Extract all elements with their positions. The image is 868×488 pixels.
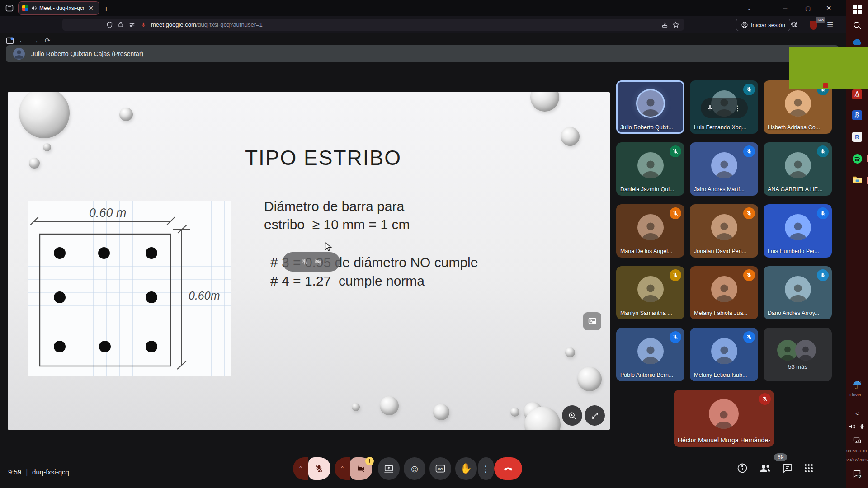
weather-label[interactable]: Llover... bbox=[846, 392, 868, 397]
window-close-button[interactable]: ✕ bbox=[826, 0, 832, 16]
url-bar[interactable]: meet.google.com/duq-fxsi-qcq?authuser=1 bbox=[62, 19, 684, 31]
mic-options-chevron[interactable]: ⌃ bbox=[293, 457, 308, 480]
lock-icon[interactable] bbox=[117, 21, 124, 28]
participant-grid: Julio Roberto Quixt... Luis Fernando Xoq… bbox=[616, 80, 832, 381]
mic-off-badge bbox=[817, 145, 829, 157]
camera-options-chevron[interactable]: ⌃ bbox=[335, 457, 350, 480]
slide-line2: estribo ≥ 10 mm = 1 cm bbox=[264, 217, 410, 232]
url-text[interactable]: meet.google.com/duq-fxsi-qcq?authuser=1 bbox=[151, 21, 263, 28]
avatar bbox=[795, 340, 816, 361]
avatar bbox=[785, 152, 811, 178]
participant-tile[interactable]: Luis Humberto Per... bbox=[764, 204, 832, 258]
reactions-button[interactable]: ☺ bbox=[404, 457, 425, 480]
avatar bbox=[637, 276, 664, 302]
participant-tile[interactable]: Jonatan David Peñ... bbox=[690, 204, 758, 258]
signin-button[interactable]: Iniciar sesión bbox=[736, 19, 790, 31]
present-button[interactable] bbox=[378, 457, 400, 480]
participant-tile[interactable]: Dario Andrés Arroy... bbox=[764, 266, 832, 319]
pin-icon[interactable] bbox=[707, 105, 713, 112]
participant-tile[interactable]: ANA GABRIELA HE... bbox=[764, 142, 832, 196]
tab-list-chevron[interactable]: ⌄ bbox=[747, 0, 752, 16]
participant-name: Héctor Manuel Murga Hernández bbox=[678, 436, 770, 444]
window-minimize-button[interactable]: ─ bbox=[783, 0, 787, 16]
tile-hover-actions[interactable]: ⋮ bbox=[701, 98, 748, 118]
desktop: Meet - duq-fxsi-qcq ✕ + ⌄ ─ ▢ ✕ ← → ⟳ me… bbox=[0, 0, 868, 488]
mic-muted-button[interactable] bbox=[308, 457, 330, 480]
save-page-icon[interactable] bbox=[661, 21, 668, 28]
tray-mic-icon[interactable] bbox=[851, 423, 868, 430]
people-button[interactable] bbox=[759, 463, 771, 474]
participant-tile[interactable]: Héctor Manuel Murga Hernández bbox=[674, 390, 774, 447]
participant-tile[interactable]: Daniela Jazmín Qui... bbox=[616, 142, 684, 196]
browser-tab[interactable]: Meet - duq-fxsi-qcq ✕ bbox=[18, 1, 99, 15]
participant-name: Pablo Antonio Bern... bbox=[620, 372, 681, 378]
tracking-shield-icon[interactable] bbox=[106, 21, 113, 28]
tab-manager-icon[interactable] bbox=[5, 4, 14, 12]
spotify-icon[interactable] bbox=[846, 154, 868, 164]
participant-tile[interactable]: 53 más bbox=[764, 328, 832, 381]
participant-tile[interactable]: Maria De los Angel... bbox=[616, 204, 684, 258]
firefox-view-icon[interactable] bbox=[6, 37, 14, 45]
weather-icon[interactable] bbox=[846, 380, 868, 390]
pip-button[interactable] bbox=[583, 312, 601, 330]
participant-tile[interactable]: Pablo Antonio Bern... bbox=[616, 328, 684, 381]
stirrup-diagram: 0.60 m 0.60m bbox=[28, 201, 231, 376]
more-participants-label[interactable]: 53 más bbox=[764, 363, 832, 370]
tab-audio-icon[interactable] bbox=[31, 5, 37, 11]
more-options-button[interactable]: ⋮ bbox=[478, 457, 494, 480]
participant-tile[interactable]: Melany Fabiola Juá... bbox=[690, 266, 758, 319]
presentation-slide[interactable]: TIPO ESTRIBO Diámetro de barra paraestri… bbox=[8, 92, 610, 430]
activities-button[interactable] bbox=[804, 463, 814, 473]
permissions-icon[interactable] bbox=[128, 21, 136, 28]
avatar bbox=[709, 399, 739, 429]
mic-in-use-icon[interactable] bbox=[140, 21, 147, 28]
tile-more-icon[interactable]: ⋮ bbox=[734, 104, 742, 113]
zoom-in-button[interactable] bbox=[562, 405, 582, 426]
start-button[interactable] bbox=[846, 5, 868, 14]
chat-button[interactable] bbox=[782, 463, 793, 474]
avatar bbox=[785, 90, 811, 117]
mic-control-group: ⌃ bbox=[293, 457, 331, 480]
bookmark-star-icon[interactable] bbox=[672, 21, 679, 28]
forward-button[interactable]: → bbox=[32, 37, 39, 45]
file-explorer-icon[interactable] bbox=[846, 175, 868, 184]
window-maximize-button[interactable]: ▢ bbox=[805, 0, 811, 16]
clock-time: 9:59 bbox=[8, 468, 21, 476]
notification-center-icon[interactable] bbox=[846, 469, 868, 479]
tab-close-icon[interactable]: ✕ bbox=[86, 3, 95, 13]
url-path: /duq-fxsi-qcq?authuser=1 bbox=[196, 21, 263, 28]
raise-hand-button[interactable]: ✋ bbox=[455, 457, 477, 480]
menu-hamburger-icon[interactable]: ☰ bbox=[827, 20, 833, 29]
participant-count-badge: 69 bbox=[774, 453, 787, 461]
search-icon[interactable] bbox=[846, 21, 868, 30]
back-button[interactable]: ← bbox=[19, 37, 26, 45]
tray-expand-chevron[interactable]: < bbox=[846, 410, 868, 417]
fullscreen-button[interactable] bbox=[585, 405, 605, 426]
meeting-details-button[interactable] bbox=[737, 463, 748, 474]
participant-name: Lisbeth Adriana Co... bbox=[768, 124, 828, 131]
participant-tile[interactable]: Jairo Andres Martí... bbox=[690, 142, 758, 196]
participant-tile[interactable]: Julio Roberto Quixt... bbox=[616, 80, 684, 134]
participant-tile[interactable]: Luis Fernando Xoq... ⋮ bbox=[690, 80, 758, 134]
reload-button[interactable]: ⟳ bbox=[45, 37, 51, 45]
participant-tile[interactable]: Marilyn Samantha ... bbox=[616, 266, 684, 319]
extensions-puzzle-icon[interactable] bbox=[791, 21, 798, 28]
participant-name: Melany Leticia Isab... bbox=[694, 372, 755, 378]
new-tab-button[interactable]: + bbox=[102, 3, 110, 14]
autocad-icon[interactable]: ACAD bbox=[846, 89, 868, 99]
participant-tile[interactable]: Melany Leticia Isab... bbox=[690, 328, 758, 381]
bubble-decoration bbox=[433, 404, 449, 420]
dimension-label-right: 0.60m bbox=[189, 289, 220, 302]
presenter-banner[interactable]: Julio Roberto Quixtan Cajas (Presentar) bbox=[6, 45, 839, 62]
captions-button[interactable]: CC bbox=[429, 457, 451, 480]
meeting-code: duq-fxsi-qcq bbox=[32, 468, 69, 476]
taskbar-clock-date[interactable]: 23/12/2025 bbox=[846, 457, 868, 462]
taskbar-clock-time[interactable]: 09:59 a. m. bbox=[846, 448, 868, 453]
onedrive-icon[interactable] bbox=[846, 39, 868, 45]
revit-viewer-icon[interactable]: R bbox=[846, 132, 868, 142]
revit-icon[interactable]: RRVT bbox=[846, 110, 868, 120]
network-display-icon[interactable] bbox=[846, 436, 868, 444]
avatar bbox=[637, 90, 664, 117]
end-call-button[interactable] bbox=[494, 457, 522, 480]
slide-line1: Diámetro de barra para bbox=[264, 199, 404, 214]
